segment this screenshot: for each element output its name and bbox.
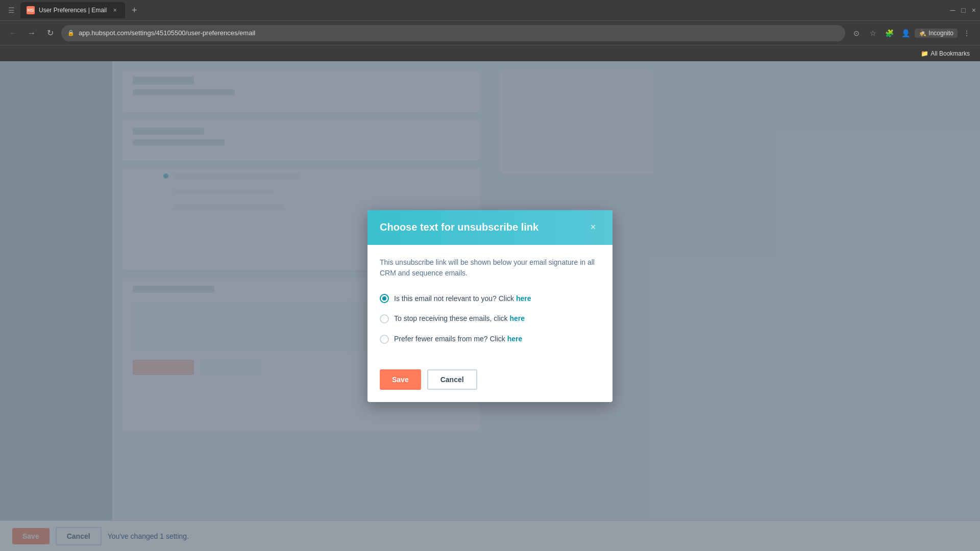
radio-option-3[interactable]: Prefer fewer emails from me? Click here	[380, 329, 600, 349]
bookmark-icon[interactable]: ☆	[866, 26, 880, 40]
all-bookmarks[interactable]: 📁 All Bookmarks	[917, 49, 974, 58]
radio-option-2[interactable]: To stop receiving these emails, click he…	[380, 309, 600, 329]
new-tab-button[interactable]: +	[127, 3, 141, 17]
incognito-badge: 🕵 Incognito	[915, 29, 958, 38]
back-history-btn[interactable]: ☰	[4, 3, 18, 17]
maximize-button[interactable]: □	[961, 6, 965, 14]
nav-actions: ⊙ ☆ 🧩 👤 🕵 Incognito ⋮	[849, 26, 974, 40]
modal-overlay: Choose text for unsubscribe link × This …	[0, 61, 980, 551]
browser-tab-active[interactable]: HS User Preferences | Email ×	[20, 2, 125, 18]
modal-description: This unsubscribe link will be shown belo…	[380, 257, 600, 279]
incognito-label: Incognito	[928, 30, 953, 37]
back-button[interactable]: ←	[6, 26, 20, 40]
address-text: app.hubspot.com/settings/45105500/user-p…	[79, 29, 839, 37]
page-background: Choose text for unsubscribe link × This …	[0, 61, 980, 551]
profile-icon[interactable]: 👤	[898, 26, 913, 40]
folder-icon: 📁	[921, 50, 928, 57]
lock-icon: 🔒	[67, 30, 75, 36]
menu-button[interactable]: ⋮	[960, 26, 974, 40]
modal-title: Choose text for unsubscribe link	[380, 221, 538, 233]
browser-nav: ← → ↻ 🔒 app.hubspot.com/settings/4510550…	[0, 20, 980, 45]
radio-input-3[interactable]	[380, 335, 389, 344]
radio-input-1[interactable]	[380, 294, 389, 303]
minimize-button[interactable]: ─	[950, 6, 955, 14]
extensions-icon[interactable]: 🧩	[882, 26, 896, 40]
modal-close-button[interactable]: ×	[586, 220, 600, 235]
tab-close-button[interactable]: ×	[111, 6, 119, 14]
radio-label-2: To stop receiving these emails, click he…	[394, 314, 525, 324]
browser-titlebar: ☰ HS User Preferences | Email × + ─ □ ×	[0, 0, 980, 20]
bookmarks-label: All Bookmarks	[930, 50, 970, 57]
close-window-button[interactable]: ×	[972, 6, 976, 14]
modal-cancel-button[interactable]: Cancel	[427, 369, 477, 390]
cast-icon: ⊙	[849, 26, 864, 40]
incognito-icon: 🕵	[919, 30, 926, 37]
unsubscribe-link-2[interactable]: here	[509, 314, 525, 322]
radio-label-1: Is this email not relevant to you? Click…	[394, 294, 531, 304]
reload-button[interactable]: ↻	[43, 26, 57, 40]
forward-button[interactable]: →	[24, 26, 39, 40]
modal-footer: Save Cancel	[368, 361, 612, 402]
browser-chrome: ☰ HS User Preferences | Email × + ─ □ × …	[0, 0, 980, 61]
tab-favicon: HS	[27, 6, 35, 14]
unsubscribe-link-3[interactable]: here	[507, 335, 523, 343]
bookmarks-bar: 📁 All Bookmarks	[0, 45, 980, 61]
radio-label-3: Prefer fewer emails from me? Click here	[394, 334, 522, 344]
modal-body: This unsubscribe link will be shown belo…	[368, 245, 612, 362]
modal-header: Choose text for unsubscribe link ×	[368, 210, 612, 245]
address-bar[interactable]: 🔒 app.hubspot.com/settings/45105500/user…	[61, 25, 845, 41]
modal-save-button[interactable]: Save	[380, 369, 421, 390]
unsubscribe-link-1[interactable]: here	[516, 294, 531, 303]
radio-input-2[interactable]	[380, 314, 389, 323]
radio-option-1[interactable]: Is this email not relevant to you? Click…	[380, 289, 600, 309]
tab-title: User Preferences | Email	[39, 7, 107, 14]
modal-dialog: Choose text for unsubscribe link × This …	[368, 210, 612, 403]
